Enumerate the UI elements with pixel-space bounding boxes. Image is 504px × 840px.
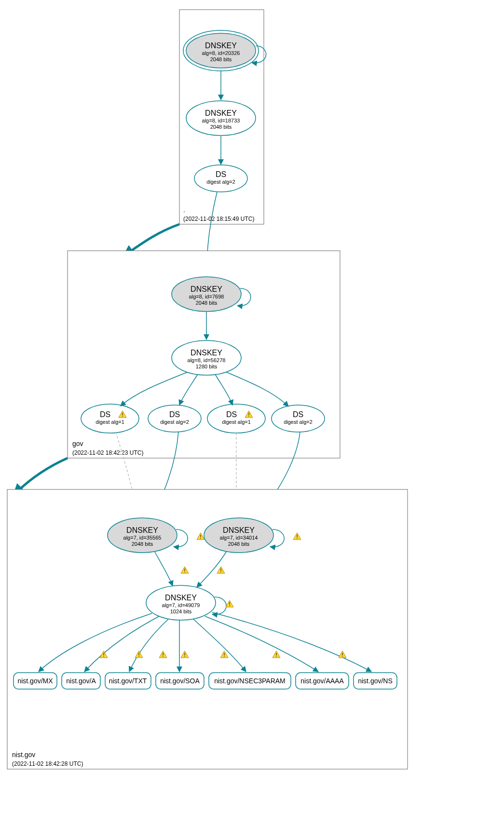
svg-text:nist.gov/AAAA: nist.gov/AAAA xyxy=(300,677,344,685)
svg-text:!: ! xyxy=(162,652,164,658)
svg-text:digest alg=2: digest alg=2 xyxy=(284,419,313,425)
svg-text:!: ! xyxy=(184,568,186,573)
rrset-txt: nist.gov/TXT xyxy=(105,673,151,689)
svg-text:digest alg=1: digest alg=1 xyxy=(222,419,251,425)
svg-text:DNSKEY: DNSKEY xyxy=(191,285,222,293)
nist-ksk1-node: DNSKEY alg=7, id=35565 2048 bits xyxy=(108,518,177,553)
svg-text:!: ! xyxy=(275,652,277,658)
svg-text:2048 bits: 2048 bits xyxy=(132,541,153,547)
svg-text:alg=7, id=49079: alg=7, id=49079 xyxy=(162,602,200,608)
svg-point-10 xyxy=(194,165,247,192)
rrset-nsec: nist.gov/NSEC3PARAM xyxy=(209,673,291,689)
svg-text:!: ! xyxy=(103,652,105,658)
svg-text:1024 bits: 1024 bits xyxy=(170,609,192,614)
svg-text:!: ! xyxy=(223,652,225,658)
svg-text:!: ! xyxy=(122,412,123,418)
root-ksk-node: DNSKEY alg=8, id=20326 2048 bits xyxy=(183,30,259,71)
svg-text:alg=8, id=20326: alg=8, id=20326 xyxy=(202,50,240,56)
root-ds-node: DS digest alg=2 xyxy=(194,165,247,192)
nist-ksk2-node: DNSKEY alg=7, id=34014 2048 bits xyxy=(204,518,273,553)
svg-text:DS: DS xyxy=(169,410,180,419)
svg-text:alg=8, id=7698: alg=8, id=7698 xyxy=(189,294,224,299)
svg-text:nist.gov/A: nist.gov/A xyxy=(66,677,96,685)
zone-nist-timestamp: (2022-11-02 18:42:28 UTC) xyxy=(12,760,83,767)
svg-text:2048 bits: 2048 bits xyxy=(196,300,218,306)
svg-text:!: ! xyxy=(341,652,343,658)
nist-zsk-node: DNSKEY alg=7, id=49079 1024 bits xyxy=(146,585,216,620)
svg-text:2048 bits: 2048 bits xyxy=(228,541,250,547)
gov-zsk-node: DNSKEY alg=8, id=56278 1280 bits xyxy=(172,340,241,375)
gov-ds1-node: DS digest alg=1 ! xyxy=(81,404,139,433)
zone-root-timestamp: (2022-11-02 18:15:49 UTC) xyxy=(183,216,254,222)
svg-text:alg=8, id=18733: alg=8, id=18733 xyxy=(202,118,240,123)
zone-nist-name: nist.gov xyxy=(12,751,35,759)
svg-text:nist.gov/TXT: nist.gov/TXT xyxy=(109,677,147,685)
svg-point-27 xyxy=(148,405,201,432)
svg-text:2048 bits: 2048 bits xyxy=(210,124,232,130)
svg-text:DS: DS xyxy=(216,170,226,178)
svg-point-22 xyxy=(81,404,139,433)
svg-text:DNSKEY: DNSKEY xyxy=(165,594,197,602)
svg-text:!: ! xyxy=(138,652,140,658)
rrset-mx: nist.gov/MX xyxy=(14,673,57,689)
svg-text:nist.gov/MX: nist.gov/MX xyxy=(17,677,53,685)
rrset-a: nist.gov/A xyxy=(62,673,100,689)
zone-gov-name: gov xyxy=(72,440,83,447)
svg-text:DNSKEY: DNSKEY xyxy=(126,526,158,534)
svg-text:DNSKEY: DNSKEY xyxy=(205,41,237,50)
svg-text:DS: DS xyxy=(293,410,303,419)
svg-text:2048 bits: 2048 bits xyxy=(210,56,232,62)
zone-nist: nist.gov (2022-11-02 18:42:28 UTC) DNSKE… xyxy=(7,489,408,769)
svg-text:!: ! xyxy=(248,412,250,418)
gov-ds4-node: DS digest alg=2 xyxy=(272,405,325,432)
svg-text:!: ! xyxy=(200,534,202,540)
svg-text:!: ! xyxy=(296,534,298,540)
svg-text:DNSKEY: DNSKEY xyxy=(223,526,255,534)
svg-text:nist.gov/NS: nist.gov/NS xyxy=(358,677,393,685)
zone-root-name: . xyxy=(183,206,185,214)
svg-text:alg=7, id=35565: alg=7, id=35565 xyxy=(123,535,162,541)
dnssec-diagram: . (2022-11-02 18:15:49 UTC) DNSKEY alg=8… xyxy=(0,0,504,840)
zone-gov: gov (2022-11-02 18:42:23 UTC) DNSKEY alg… xyxy=(68,251,340,458)
svg-point-30 xyxy=(207,404,265,433)
svg-text:!: ! xyxy=(220,568,222,573)
svg-text:nist.gov/NSEC3PARAM: nist.gov/NSEC3PARAM xyxy=(214,677,286,685)
svg-text:DNSKEY: DNSKEY xyxy=(205,109,237,117)
svg-text:digest alg=2: digest alg=2 xyxy=(160,419,189,425)
root-zsk-node: DNSKEY alg=8, id=18733 2048 bits xyxy=(186,101,256,135)
zone-gov-timestamp: (2022-11-02 18:42:23 UTC) xyxy=(72,449,143,456)
svg-text:!: ! xyxy=(184,652,186,658)
gov-ds3-node: DS digest alg=1 ! xyxy=(207,404,265,433)
rrset-ns: nist.gov/NS xyxy=(354,673,397,689)
deleg-gov-nist xyxy=(14,458,68,494)
svg-text:digest alg=2: digest alg=2 xyxy=(206,179,235,185)
gov-ksk-node: DNSKEY alg=8, id=7698 2048 bits xyxy=(172,277,241,312)
svg-text:DNSKEY: DNSKEY xyxy=(191,349,222,357)
svg-text:DS: DS xyxy=(100,410,110,419)
svg-text:nist.gov/SOA: nist.gov/SOA xyxy=(160,677,200,685)
svg-text:alg=8, id=56278: alg=8, id=56278 xyxy=(188,357,226,363)
svg-text:!: ! xyxy=(229,601,231,607)
rrset-soa: nist.gov/SOA xyxy=(156,673,204,689)
rrset-aaaa: nist.gov/AAAA xyxy=(296,673,349,689)
zone-root: . (2022-11-02 18:15:49 UTC) DNSKEY alg=8… xyxy=(179,10,266,224)
svg-text:DS: DS xyxy=(226,410,237,419)
svg-text:digest alg=1: digest alg=1 xyxy=(95,419,124,425)
svg-text:1280 bits: 1280 bits xyxy=(196,364,218,369)
svg-point-35 xyxy=(272,405,325,432)
gov-ds2-node: DS digest alg=2 xyxy=(148,405,201,432)
svg-text:alg=7, id=34014: alg=7, id=34014 xyxy=(220,535,258,541)
